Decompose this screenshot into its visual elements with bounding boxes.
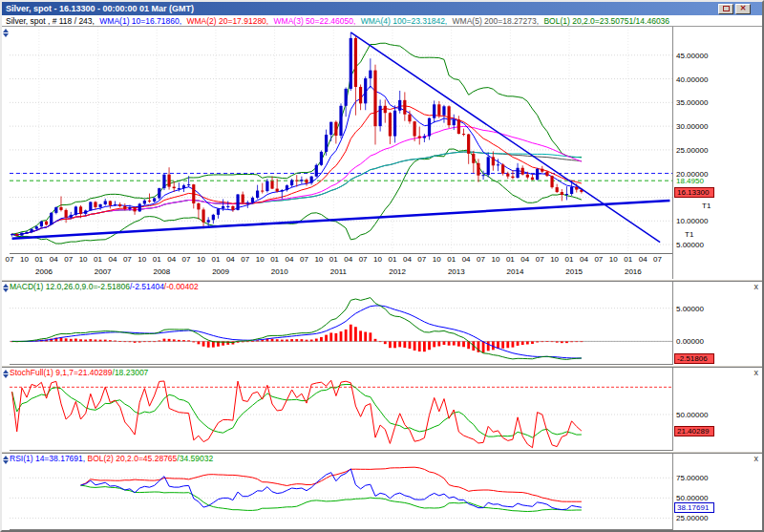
x-axis-month-label: 01 bbox=[32, 255, 46, 264]
x-axis-month-label: 07 bbox=[651, 255, 665, 264]
axis-tick-label: 5.00000 bbox=[676, 305, 704, 313]
price-chart-svg bbox=[10, 27, 672, 254]
candlesticks bbox=[11, 32, 584, 237]
stoch-k-value: StochFull(1) 9,1,7=21.40289 bbox=[10, 368, 113, 377]
macd-chart-svg bbox=[10, 292, 672, 365]
stoch-header: StochFull(1) 9,1,7=21.40289/18.23007 bbox=[10, 368, 672, 378]
x-axis-month-label: 10 bbox=[17, 255, 31, 264]
x-axis-month-label: 10 bbox=[489, 255, 502, 264]
axis-tick-label: 0.00000 bbox=[676, 337, 704, 346]
x-axis-month-label: 01 bbox=[327, 255, 340, 264]
x-axis-month-label: 10 bbox=[606, 255, 620, 264]
x-axis-year-label: 2008 bbox=[149, 267, 174, 276]
price-axis: 16.13300 18.4950 T1 T1 45.0000040.000003… bbox=[672, 27, 732, 279]
x-axis-month-label: 01 bbox=[503, 255, 517, 264]
stoch-value-badge: 21.40289 bbox=[674, 426, 714, 436]
panel-collapse-control[interactable] bbox=[2, 29, 10, 40]
x-axis-year-label: 2009 bbox=[208, 267, 233, 276]
axis-tick-label: 35.00000 bbox=[676, 98, 708, 107]
x-axis-month-label: 10 bbox=[76, 255, 90, 264]
rsi-bol-upper-value: BOL(2) 20,2.0=45.28765 bbox=[88, 454, 178, 463]
x-axis-month-label: 04 bbox=[283, 255, 296, 264]
x-axis-month-label: 10 bbox=[430, 255, 443, 264]
right-margin bbox=[732, 27, 762, 279]
rsi-header: RSI(1) 14=38.17691, BOL(2) 20,2.0=45.287… bbox=[10, 454, 672, 464]
stoch-axis: 21.40289 50.00000 bbox=[672, 368, 732, 451]
stoch-chart-svg bbox=[10, 378, 672, 451]
collapse-up-icon bbox=[3, 456, 9, 459]
x-axis-month-label: 04 bbox=[636, 255, 649, 264]
legend-bollinger: BOL(1) 20,2.0=23.50751/14.46036 bbox=[543, 16, 669, 26]
x-axis-year-label: 2013 bbox=[444, 267, 469, 276]
x-axis-months: 0710010407100104071001040710010407100104… bbox=[10, 254, 672, 266]
macd-axis: -2.51806 5.000000.00000 bbox=[672, 282, 732, 365]
x-axis-month-label: 10 bbox=[548, 255, 562, 264]
x-axis-month-label: 01 bbox=[150, 255, 163, 264]
x-axis-month-label: 10 bbox=[136, 255, 149, 264]
x-axis-month-label: 07 bbox=[239, 255, 252, 264]
axis-tick-label: 30.00000 bbox=[676, 122, 708, 131]
x-axis-year-label: 2006 bbox=[32, 267, 56, 276]
rsi-panel-gutter bbox=[2, 454, 10, 530]
x-axis-month-label: 04 bbox=[342, 255, 355, 264]
x-axis-month-label: 07 bbox=[533, 255, 546, 264]
rsi-value: RSI(1) 14=38.17691, bbox=[10, 454, 88, 463]
last-price-badge: 16.13300 bbox=[674, 187, 714, 198]
x-axis-year-label: 2012 bbox=[385, 267, 410, 276]
close-button[interactable]: ✕ bbox=[735, 4, 751, 14]
axis-tick-label: 5.00000 bbox=[676, 241, 704, 249]
price-chart[interactable] bbox=[10, 27, 672, 254]
x-axis-month-label: 10 bbox=[371, 255, 385, 264]
macd-header: MACD(1) 12.0,26.0,9.0=-2.51806/-2.51404/… bbox=[10, 282, 672, 292]
x-axis-month-label: 04 bbox=[459, 255, 473, 264]
panel-close-button[interactable]: x bbox=[754, 369, 759, 377]
restore-button[interactable] bbox=[718, 4, 733, 14]
x-axis-month-label: 01 bbox=[92, 255, 105, 264]
trendline-label-t1: T1 bbox=[685, 230, 693, 239]
collapse-down-icon bbox=[3, 374, 9, 378]
title-bar[interactable]: Silver, spot - 16.13300 - 00:00:00 01 Ma… bbox=[2, 2, 762, 15]
x-axis-year-label: 2014 bbox=[502, 267, 527, 276]
x-axis-month-label: 04 bbox=[577, 255, 590, 264]
legend-instrument: Silver, spot , # 118 / 243, bbox=[6, 16, 95, 26]
x-axis-month-label: 01 bbox=[562, 255, 576, 264]
panel-collapse-control[interactable] bbox=[2, 456, 10, 467]
panel-collapse-control[interactable] bbox=[2, 370, 10, 381]
collapse-up-icon bbox=[3, 370, 9, 373]
main-chart-panel: 16.13300 18.4950 T1 T1 45.0000040.000003… bbox=[2, 27, 762, 279]
close-icon: ✕ bbox=[740, 5, 747, 12]
axis-tick-label: 75.00000 bbox=[676, 474, 708, 482]
axis-tick-label: 25.00000 bbox=[676, 146, 708, 155]
legend-wma3: WMA(3) 50=22.46050, bbox=[274, 16, 356, 26]
x-axis-month-label: 07 bbox=[297, 255, 310, 264]
rsi-chart[interactable] bbox=[10, 464, 672, 530]
restore-icon bbox=[723, 6, 730, 11]
x-axis-month-label: 04 bbox=[223, 255, 237, 264]
macd-panel: MACD(1) 12.0,26.0,9.0=-2.51806/-2.51404/… bbox=[2, 282, 762, 365]
x-axis-month-label: 04 bbox=[165, 255, 179, 264]
stochastic-chart[interactable] bbox=[10, 378, 672, 451]
stochastic-panel: StochFull(1) 9,1,7=21.40289/18.23007 21.… bbox=[2, 368, 762, 451]
title-bar-buttons: ✕ bbox=[718, 4, 760, 14]
x-axis-month-label: 01 bbox=[209, 255, 223, 264]
window-title: Silver, spot - 16.13300 - 00:00:00 01 Ma… bbox=[4, 4, 718, 13]
collapse-up-icon bbox=[3, 29, 9, 32]
macd-line-value: MACD(1) 12.0,26.0,9.0=-2.51806 bbox=[10, 282, 130, 291]
chart-legend: Silver, spot , # 118 / 243, WMA(1) 10=16… bbox=[2, 15, 762, 27]
x-axis-month-label: 07 bbox=[475, 255, 488, 264]
macd-chart[interactable] bbox=[10, 292, 672, 365]
panel-collapse-control[interactable] bbox=[2, 284, 10, 295]
legend-wma4: WMA(4) 100=23.31842, bbox=[361, 16, 447, 26]
right-margin: x bbox=[732, 368, 762, 451]
main-panel-gutter bbox=[2, 27, 10, 279]
x-axis-year-label: 2015 bbox=[562, 267, 586, 276]
x-axis-year-label: 2016 bbox=[621, 267, 646, 276]
x-axis-month-label: 04 bbox=[106, 255, 119, 264]
x-axis-month-label: 07 bbox=[180, 255, 193, 264]
x-axis-month-label: 10 bbox=[312, 255, 326, 264]
x-axis-month-label: 07 bbox=[3, 255, 16, 264]
panel-close-button[interactable]: x bbox=[754, 283, 759, 291]
panel-close-button[interactable]: x bbox=[754, 455, 759, 463]
macd-value-badge: -2.51806 bbox=[674, 353, 714, 364]
axis-tick-label: 50.00000 bbox=[676, 411, 708, 419]
